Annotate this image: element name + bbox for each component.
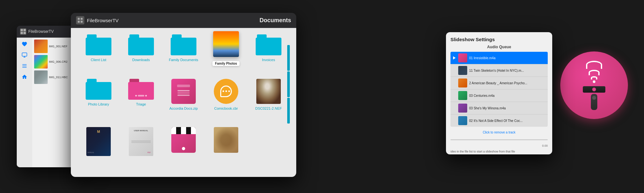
monitor-icon[interactable]: [21, 51, 28, 59]
clapper-icon: [171, 127, 196, 153]
track-title: 03 She's My Winona.m4a: [469, 106, 506, 110]
audio-track-1[interactable]: 01 Irresistible.m4a: [450, 52, 548, 64]
file-name: IMG_001.NEF: [49, 45, 68, 48]
track-thumb: [458, 116, 467, 125]
svg-rect-4: [22, 53, 27, 56]
track-thumb: [458, 91, 467, 100]
book-dark-icon: M MANUAL: [86, 127, 111, 156]
file-thumbnail: [34, 55, 48, 69]
appletv-device: [583, 86, 605, 110]
grid-label: Triage: [136, 102, 146, 106]
svg-rect-5: [22, 64, 27, 65]
menu-icon[interactable]: [21, 62, 28, 70]
home-icon[interactable]: [21, 73, 28, 81]
track-thumb: [458, 53, 467, 62]
remove-track-label[interactable]: Click to remove a track: [450, 129, 548, 135]
grid-item-clapper[interactable]: [164, 127, 204, 155]
folder-icon: [256, 34, 281, 55]
folder-icon: [86, 34, 111, 55]
family-photos-label: Family Photos: [213, 61, 240, 66]
svg-rect-6: [22, 66, 27, 66]
audio-list: 01 Irresistible.m4a 11 Twin Skeleton's (…: [450, 52, 548, 127]
grid-item-nef[interactable]: DSC0221-2.NEF: [249, 79, 289, 110]
audio-track-3[interactable]: 2 American Beauty _ American Psycho...: [450, 77, 548, 89]
grid-label: Invoices: [262, 58, 275, 62]
svg-rect-7: [22, 67, 27, 68]
accent-bars: [287, 45, 290, 124]
appletv-box: [583, 86, 605, 93]
zip-icon: [171, 79, 196, 104]
track-title: 01 Irresistible.m4a: [469, 56, 496, 60]
folder-icon: [86, 79, 111, 100]
grid-label: Comicbook.cbr: [214, 106, 238, 110]
grid-item-downloads[interactable]: Downloads: [121, 34, 161, 62]
slideshow-hint: ideo in the file list to start a slidesh…: [450, 150, 548, 153]
track-title: 2 American Beauty _ American Psycho...: [469, 81, 527, 85]
grid-label: DSC0221-2.NEF: [255, 106, 282, 110]
family-photos-thumb: [213, 31, 239, 57]
folder-icon-pink: [128, 79, 154, 100]
file-name: IMG_006.CR2: [49, 60, 68, 63]
audio-track-4[interactable]: 03 Centuries.m4a: [450, 89, 548, 102]
svg-rect-9: [81, 18, 83, 20]
svg-rect-0: [21, 29, 23, 31]
folder-icon: [171, 34, 196, 55]
fossil-icon: [214, 127, 238, 153]
svg-rect-10: [78, 21, 80, 23]
slideshow-title: Slideshow Settings: [450, 37, 548, 42]
grid-item-photo-library[interactable]: Photo Library: [79, 79, 118, 106]
time-label: 0.00: [450, 144, 548, 147]
grid-item-invoices[interactable]: Invoices: [249, 34, 289, 62]
main-topbar: FileBrowserTV Documents: [71, 13, 296, 28]
file-thumbnail: [34, 40, 48, 53]
grid-item-fossil[interactable]: [206, 127, 246, 155]
grid-label: Client List: [91, 58, 106, 62]
file-thumbnail: [34, 70, 48, 84]
nef-icon: [256, 79, 281, 104]
grid-item-triage[interactable]: Triage: [121, 79, 161, 106]
main-page-title: Documents: [260, 17, 291, 24]
right-content: Slideshow Settings Audio Queue 01 Irresi…: [446, 32, 552, 154]
grid-label: Accordia Docs.zip: [169, 106, 198, 110]
audio-track-5[interactable]: 03 She's My Winona.m4a: [450, 102, 548, 115]
left-sidebar: [17, 38, 32, 167]
audio-queue-title: Audio Queue: [450, 45, 548, 49]
main-app-name: FileBrowserTV: [87, 18, 118, 23]
folder-icon: [128, 34, 154, 55]
grid-label: Photo Library: [88, 102, 109, 106]
left-app-name: FileBrowserTV: [28, 29, 54, 34]
track-title: 02 It's Not A Side Effect Of The Coc...: [469, 119, 523, 123]
grid-item-manual[interactable]: USER MANUAL PDF: [121, 127, 161, 159]
wifi-icon: [586, 61, 602, 83]
svg-rect-2: [21, 32, 23, 34]
track-thumb: [458, 78, 467, 87]
svg-rect-8: [78, 18, 80, 20]
svg-marker-12: [453, 56, 456, 60]
audio-track-2[interactable]: 11 Twin Skeleton's (Hotel In NYC).m...: [450, 64, 548, 77]
grid-item-cbr[interactable]: Comicbook.cbr: [206, 79, 246, 110]
svg-rect-1: [24, 29, 26, 31]
grid-item-family-photos[interactable]: Family Photos: [206, 31, 246, 57]
appletv-remote: [591, 94, 597, 110]
screen-main: FileBrowserTV Documents Client List D: [71, 13, 296, 177]
grid-item-book-dark[interactable]: M MANUAL: [79, 127, 118, 159]
left-app-icon: [20, 28, 26, 35]
track-thumb: [458, 104, 467, 113]
cbr-icon: [214, 79, 238, 104]
grid-label: Downloads: [132, 58, 150, 62]
play-icon: [452, 56, 456, 60]
track-thumb: [458, 66, 467, 75]
main-app-icon: [76, 16, 84, 24]
grid-item-family-docs[interactable]: Family Documents: [164, 34, 204, 62]
appletv-circle: [560, 51, 628, 119]
grid-item-zip[interactable]: Accordia Docs.zip: [164, 79, 204, 110]
file-name: IMG_011.HBC: [49, 76, 68, 79]
grid-label: Family Documents: [169, 58, 198, 62]
audio-track-6[interactable]: 02 It's Not A Side Effect Of The Coc...: [450, 115, 548, 127]
heart-icon[interactable]: [21, 40, 28, 48]
track-title: 11 Twin Skeleton's (Hotel In NYC).m...: [469, 69, 524, 72]
svg-rect-11: [81, 21, 83, 23]
grid-item-client-list[interactable]: Client List: [79, 34, 118, 62]
manual-icon: USER MANUAL PDF: [129, 127, 153, 156]
screen-right: Slideshow Settings Audio Queue 01 Irresi…: [446, 32, 552, 154]
